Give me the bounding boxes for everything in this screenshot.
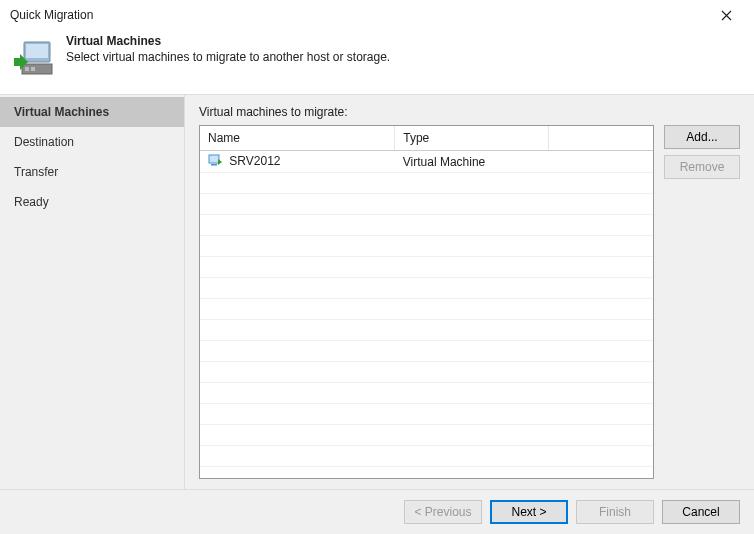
sidebar-item-label: Destination — [14, 135, 74, 149]
wizard-steps-sidebar: Virtual Machines Destination Transfer Re… — [0, 95, 185, 489]
table-row: . — [200, 383, 653, 404]
add-button[interactable]: Add... — [664, 125, 740, 149]
table-row: . — [200, 446, 653, 467]
titlebar: Quick Migration — [0, 0, 754, 28]
sidebar-item-ready[interactable]: Ready — [0, 187, 184, 217]
table-row: . — [200, 320, 653, 341]
header-text: Virtual Machines Select virtual machines… — [66, 32, 390, 64]
next-button[interactable]: Next > — [490, 500, 568, 524]
wizard-window: Quick Migration Virtual Machines Select … — [0, 0, 754, 534]
table-row: . — [200, 257, 653, 278]
column-header-name[interactable]: Name — [200, 126, 395, 151]
side-buttons: Add... Remove — [664, 125, 740, 479]
table-row: . — [200, 173, 653, 194]
svg-rect-4 — [31, 67, 35, 71]
sidebar-item-destination[interactable]: Destination — [0, 127, 184, 157]
table-row: . — [200, 278, 653, 299]
main-row: Name Type — [199, 125, 740, 479]
footer: < Previous Next > Finish Cancel — [0, 489, 754, 534]
cancel-button[interactable]: Cancel — [662, 500, 740, 524]
vms-table: Name Type — [199, 125, 654, 479]
window-title: Quick Migration — [10, 8, 93, 22]
column-header-type[interactable]: Type — [395, 126, 549, 151]
table-row: . — [200, 404, 653, 425]
main-panel: Virtual machines to migrate: Name Type — [185, 95, 754, 489]
table-row: . — [200, 425, 653, 446]
wizard-icon — [14, 38, 54, 78]
previous-button[interactable]: < Previous — [404, 500, 482, 524]
close-button[interactable] — [706, 4, 746, 26]
sidebar-item-label: Transfer — [14, 165, 58, 179]
sidebar-item-label: Ready — [14, 195, 49, 209]
cell-name: SRV2012 — [229, 154, 280, 168]
table-header-row: Name Type — [200, 126, 653, 151]
table-row: . — [200, 467, 653, 479]
column-header-blank — [549, 126, 653, 151]
finish-button[interactable]: Finish — [576, 500, 654, 524]
page-subtitle: Select virtual machines to migrate to an… — [66, 50, 390, 64]
table-row: . — [200, 299, 653, 320]
table-row: . — [200, 215, 653, 236]
table-row: . — [200, 341, 653, 362]
table-row: . — [200, 194, 653, 215]
table-row[interactable]: SRV2012 Virtual Machine — [200, 151, 653, 173]
svg-rect-3 — [25, 67, 29, 71]
table-row: . — [200, 362, 653, 383]
table-label: Virtual machines to migrate: — [199, 105, 740, 119]
remove-button[interactable]: Remove — [664, 155, 740, 179]
content: Virtual Machines Destination Transfer Re… — [0, 94, 754, 489]
header: Virtual Machines Select virtual machines… — [0, 28, 754, 94]
svg-rect-1 — [26, 44, 48, 58]
cell-type: Virtual Machine — [395, 151, 549, 173]
sidebar-item-label: Virtual Machines — [14, 105, 109, 119]
vm-icon — [208, 154, 222, 169]
table-row: . — [200, 236, 653, 257]
sidebar-item-transfer[interactable]: Transfer — [0, 157, 184, 187]
page-title: Virtual Machines — [66, 34, 390, 48]
svg-rect-6 — [211, 164, 217, 166]
close-icon — [721, 10, 732, 21]
svg-rect-5 — [209, 155, 219, 163]
sidebar-item-virtual-machines[interactable]: Virtual Machines — [0, 97, 184, 127]
